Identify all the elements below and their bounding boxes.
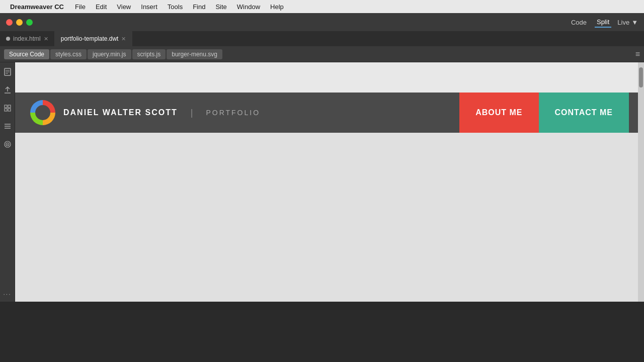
svg-rect-9 — [8, 109, 11, 111]
scripts-label: scripts.js — [137, 51, 161, 58]
site-body-preview — [15, 133, 644, 302]
content-area: DANIEL WALTER SCOTT | PORTFOLIO ABOUT ME… — [15, 62, 644, 302]
menu-find[interactable]: Find — [189, 2, 209, 12]
burger-menu-file[interactable]: burger-menu.svg — [167, 49, 222, 59]
app-name: Dreamweaver CC — [10, 3, 64, 11]
tab-portfolio-template[interactable]: portfolio-template.dwt ✕ — [55, 31, 133, 46]
bottom-panel — [0, 302, 644, 362]
tab-bar: index.html ✕ portfolio-template.dwt ✕ — [0, 31, 644, 46]
tab-close-active-icon[interactable]: ✕ — [121, 36, 126, 42]
vertical-scrollbar[interactable] — [638, 62, 644, 302]
menu-window[interactable]: Window — [233, 2, 264, 12]
site-header-preview: DANIEL WALTER SCOTT | PORTFOLIO ABOUT ME… — [15, 93, 644, 133]
main-area: ··· DANIEL WALTER SCOTT | PORTFOLIO ABOU… — [0, 62, 644, 302]
sidebar-files-icon[interactable] — [2, 66, 13, 77]
titlebar-actions: Code Split Live ▼ — [569, 17, 638, 28]
dropdown-arrow-icon: ▼ — [631, 19, 638, 26]
close-button[interactable] — [6, 19, 13, 26]
sidebar-grid-icon[interactable] — [2, 103, 13, 114]
code-button[interactable]: Code — [569, 18, 589, 27]
preview-top-strip — [15, 62, 644, 93]
window-controls — [6, 19, 33, 26]
menubar: Dreamweaver CC File Edit View Insert Too… — [0, 0, 644, 13]
filter-icon[interactable]: ≡ — [635, 50, 640, 59]
tab-close-icon[interactable]: ✕ — [44, 36, 48, 42]
logo-circle-icon — [30, 100, 55, 125]
tab-index-label: index.html — [13, 35, 41, 42]
svg-rect-7 — [8, 105, 11, 108]
source-code-file[interactable]: Source Code — [4, 49, 49, 59]
related-files-toolbar: Source Code styles.css jquery.min.js scr… — [0, 46, 644, 62]
site-subtitle: PORTFOLIO — [206, 109, 260, 117]
menu-insert[interactable]: Insert — [137, 2, 162, 12]
sidebar-list-icon[interactable] — [2, 121, 13, 132]
menu-help[interactable]: Help — [266, 2, 288, 12]
scripts-file[interactable]: scripts.js — [132, 49, 166, 59]
svg-point-15 — [7, 144, 8, 145]
split-button[interactable]: Split — [595, 17, 611, 28]
menu-view[interactable]: View — [113, 2, 135, 12]
live-dropdown[interactable]: Live ▼ — [617, 19, 638, 26]
site-divider: | — [191, 108, 193, 118]
styles-css-file[interactable]: styles.css — [50, 49, 87, 59]
scrollbar-thumb[interactable] — [639, 67, 643, 87]
minimize-button[interactable] — [16, 19, 23, 26]
maximize-button[interactable] — [26, 19, 33, 26]
left-sidebar: ··· — [0, 62, 15, 302]
contact-me-button[interactable]: CONTACT ME — [539, 93, 629, 133]
svg-rect-8 — [5, 109, 7, 111]
tab-portfolio-label: portfolio-template.dwt — [61, 35, 119, 42]
sidebar-target-icon[interactable] — [2, 139, 13, 150]
site-logo: DANIEL WALTER SCOTT | PORTFOLIO — [30, 100, 260, 125]
jquery-file[interactable]: jquery.min.js — [88, 49, 131, 59]
burger-menu-label: burger-menu.svg — [172, 51, 217, 58]
menu-site[interactable]: Site — [211, 2, 230, 12]
source-code-label: Source Code — [9, 51, 44, 58]
jquery-label: jquery.min.js — [93, 51, 126, 58]
svg-rect-6 — [5, 105, 7, 108]
site-nav: ABOUT ME CONTACT ME — [459, 93, 629, 133]
styles-css-label: styles.css — [55, 51, 82, 58]
sidebar-more-icon[interactable]: ··· — [3, 291, 11, 298]
site-title: DANIEL WALTER SCOTT — [63, 108, 178, 117]
titlebar: Code Split Live ▼ — [0, 13, 644, 31]
sidebar-upload-icon[interactable] — [2, 84, 13, 96]
menu-file[interactable]: File — [71, 2, 90, 12]
tab-index-html[interactable]: index.html ✕ — [0, 31, 55, 46]
live-label: Live — [617, 19, 629, 26]
menu-tools[interactable]: Tools — [164, 2, 187, 12]
tab-modified-indicator — [6, 37, 10, 41]
about-me-button[interactable]: ABOUT ME — [459, 93, 538, 133]
menu-edit[interactable]: Edit — [92, 2, 111, 12]
